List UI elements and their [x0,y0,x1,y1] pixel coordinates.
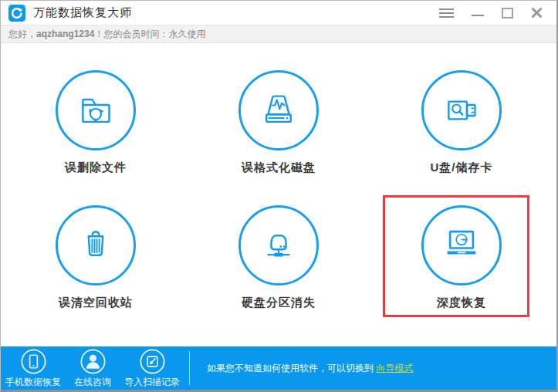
username: aqzhang1234 [36,29,94,39]
footer-hint: 如果您不知道如何使用软件，可以切换到 向导模式 [207,362,413,375]
window-controls [439,7,543,19]
window-title: 万能数据恢复大师 [33,5,132,20]
grid-row-2: 误清空回收站 硬盘分区消失 [19,205,539,310]
laptop-clock-icon [440,224,483,267]
footer-actions: 手机数据恢复 在线咨询 导入扫描记录 [1,348,180,389]
footer-divider [189,351,190,385]
app-window: 万能数据恢复大师 您好，aqzhang1234！您的会员时间：永久使用 [0,0,558,392]
mode-circle [238,205,319,286]
usb-search-icon [440,89,483,132]
greeting-suffix: ！您的会员时间：永久使用 [94,28,205,41]
footer-action-import-scan[interactable]: 导入扫描记录 [124,348,180,389]
grid-row-1: 误删除文件 误格式化磁盘 [19,70,539,175]
mode-circle [238,70,319,150]
mode-label: 误删除文件 [65,161,127,175]
mode-deleted-files[interactable]: 误删除文件 [19,70,173,175]
minimize-icon[interactable] [472,15,484,16]
mode-label: 误清空回收站 [59,296,133,310]
title-bar: 万能数据恢复大师 [1,1,556,25]
app-logo-icon [8,5,25,22]
harddisk-network-icon [257,224,300,267]
mode-formatted-disk[interactable]: 误格式化磁盘 [201,70,356,175]
mode-deep-recovery[interactable]: 深度恢复 [384,205,539,310]
footer-bar: 手机数据恢复 在线咨询 导入扫描记录 [1,346,556,390]
recovery-mode-grid: 误删除文件 误格式化磁盘 [1,43,556,346]
mode-circle [56,205,136,286]
mode-circle [56,70,136,150]
import-icon [139,348,166,375]
footer-action-label: 导入扫描记录 [124,376,180,389]
mode-recycle-bin[interactable]: 误清空回收站 [19,205,173,310]
disk-waveform-icon [257,89,300,132]
greeting-prefix: 您好， [8,28,36,41]
footer-action-online-support[interactable]: 在线咨询 [69,348,117,389]
close-icon[interactable] [531,7,543,19]
mode-circle [421,205,502,286]
person-icon [79,348,107,375]
maximize-icon[interactable] [502,8,513,19]
trash-icon [74,224,117,267]
mode-lost-partition[interactable]: 硬盘分区消失 [201,205,356,310]
menu-icon[interactable] [439,8,454,18]
footer-hint-text: 如果您不知道如何使用软件，可以切换到 [207,363,376,373]
mode-circle [421,70,502,150]
footer-action-label: 在线咨询 [74,376,111,389]
footer-action-phone-recovery[interactable]: 手机数据恢复 [5,348,61,389]
mode-label: U盘/储存卡 [431,161,493,175]
mode-label: 硬盘分区消失 [242,296,316,310]
member-status-bar: 您好，aqzhang1234！您的会员时间：永久使用 [1,25,556,43]
wizard-mode-link[interactable]: 向导模式 [376,363,413,373]
mode-label: 深度恢复 [437,296,486,310]
mode-label: 误格式化磁盘 [242,161,316,175]
footer-action-label: 手机数据恢复 [5,376,61,389]
mode-usb-storage[interactable]: U盘/储存卡 [384,70,539,175]
folder-recycle-icon [74,89,117,132]
phone-icon [20,348,47,375]
